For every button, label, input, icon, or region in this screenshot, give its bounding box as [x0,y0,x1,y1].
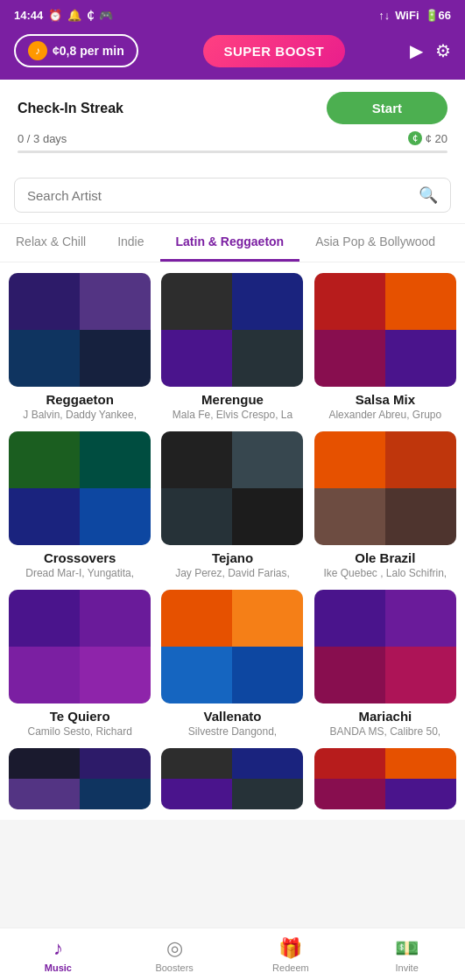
genre-artists-crossovers: Dread Mar-I, Yungatita, [25,567,134,579]
boosters-nav-icon: ◎ [166,937,183,960]
music-nav-label: Music [45,962,72,973]
genre-item-extra1[interactable] [7,748,152,809]
genre-artists-olebrazil: Ike Quebec , Lalo Schifrin, [323,567,447,579]
status-bar: 14:44 ⏰ 🔔 ₵ 🎮 ↑↓ WiFi 🔋66 [14,9,451,27]
collage-cell [9,590,80,647]
checkin-progress: 0 / 3 days [18,132,67,145]
redeem-nav-icon: 🎁 [278,937,302,960]
video-button[interactable]: ▶ [410,40,423,61]
checkin-card: Check-In Streak Start 0 / 3 days ₵ ¢ 20 [0,80,465,167]
gamepad-icon: 🎮 [99,9,113,22]
collage-cell [314,647,385,704]
settings-button[interactable]: ⚙ [435,40,451,61]
collage-cell [80,330,151,387]
invite-nav-icon: 💵 [395,937,419,960]
collage-cell [80,748,151,779]
checkin-bottom: 0 / 3 days ₵ ¢ 20 [18,131,447,145]
nav-item-music[interactable]: ♪ Music [0,937,116,973]
collage-cell [385,273,456,330]
tab-asia-pop[interactable]: Asia Pop & Bollywood [299,224,451,262]
checkin-reward: ₵ ¢ 20 [408,131,447,145]
collage-cell [232,647,303,704]
collage-cell [314,273,385,330]
genre-item-tejano[interactable]: Tejano Jay Perez, David Farias, [159,431,305,579]
genre-name-vallenato: Vallenato [204,709,262,724]
genre-item-crossovers[interactable]: Crossovers Dread Mar-I, Yungatita, [7,431,152,579]
collage-cell [232,779,303,809]
genre-artists-reggaeton: J Balvin, Daddy Yankee, [23,409,137,421]
genre-item-merengue[interactable]: Merengue Mala Fe, Elvis Crespo, La [159,273,305,421]
genre-tabs: Relax & Chill Indie Latin & Reggaeton As… [0,224,465,262]
coin-status-icon: ₵ [87,9,94,22]
nav-item-boosters[interactable]: ◎ Boosters [116,937,233,973]
collage-cell [314,431,385,488]
checkin-title: Check-In Streak [18,101,123,116]
collage-cell [232,431,303,488]
tab-indie[interactable]: Indie [102,224,159,262]
collage-cell [9,273,80,330]
collage-cell [161,748,232,779]
search-bar[interactable]: 🔍 [14,178,451,213]
reggaeton-thumb [9,273,151,387]
collage-cell [9,488,80,545]
collage-cell [161,273,232,330]
genre-item-tequiero[interactable]: Te Quiero Camilo Sesto, Richard [7,590,152,738]
collage-cell [80,647,151,704]
genre-item-mariachi[interactable]: Mariachi BANDA MS, Calibre 50, [313,590,458,738]
mariachi-thumb [314,590,456,704]
nav-item-redeem[interactable]: 🎁 Redeem [233,937,349,973]
genre-artists-tejano: Jay Perez, David Farias, [175,567,290,579]
collage-cell [161,488,232,545]
genre-name-mariachi: Mariachi [358,709,412,724]
collage-cell [232,330,303,387]
checkin-start-button[interactable]: Start [327,92,447,124]
genre-item-reggaeton[interactable]: Reggaeton J Balvin, Daddy Yankee, [7,273,152,421]
collage-cell [161,779,232,809]
nav-item-invite[interactable]: 💵 Invite [349,937,465,973]
merengue-thumb [161,273,303,387]
header-actions: ♪ ¢0,8 per min SUPER BOOST ▶ ⚙ [14,27,451,80]
collage-cell [80,488,151,545]
tab-relax-chill[interactable]: Relax & Chill [0,224,102,262]
genre-item-olebrazil[interactable]: Ole Brazil Ike Quebec , Lalo Schifrin, [313,431,458,579]
checkin-top: Check-In Streak Start [18,92,447,124]
genre-item-vallenato[interactable]: Vallenato Silvestre Dangond, [159,590,305,738]
genre-item-salsa[interactable]: Salsa Mix Alexander Abreu, Grupo [313,273,458,421]
collage-cell [385,748,456,779]
genre-item-extra2[interactable] [159,748,305,809]
extra1-thumb [9,748,151,809]
super-boost-button[interactable]: SUPER BOOST [203,35,346,67]
status-right: ↑↓ WiFi 🔋66 [378,9,451,22]
collage-cell [232,273,303,330]
redeem-nav-label: Redeem [272,962,309,973]
collage-cell [385,488,456,545]
collage-cell [9,431,80,488]
collage-cell [9,330,80,387]
genre-artists-tequiero: Camilo Sesto, Richard [27,725,131,738]
collage-cell [314,748,385,779]
alarm-icon: ⏰ [48,9,62,22]
collage-cell [232,590,303,647]
genre-artists-salsa: Alexander Abreu, Grupo [328,409,441,421]
search-input[interactable] [27,188,412,203]
genre-item-extra3[interactable] [313,748,458,809]
genre-name-reggaeton: Reggaeton [46,392,114,407]
vallenato-thumb [161,590,303,704]
tab-latin-reggaeton[interactable]: Latin & Reggaeton [160,224,300,262]
genre-name-tejano: Tejano [212,550,253,565]
boosters-nav-label: Boosters [155,962,193,973]
collage-cell [161,647,232,704]
collage-cell [161,590,232,647]
collage-cell [314,590,385,647]
invite-nav-label: Invite [395,962,418,973]
reward-coin-icon: ₵ [408,131,422,145]
collage-cell [9,647,80,704]
search-container: 🔍 [0,167,465,224]
collage-cell [80,779,151,809]
bottom-navigation: ♪ Music ◎ Boosters 🎁 Redeem 💵 Invite [0,928,465,980]
collage-cell [385,330,456,387]
crossovers-thumb [9,431,151,545]
coin-icon: ♪ [28,41,47,60]
status-left: 14:44 ⏰ 🔔 ₵ 🎮 [14,9,113,22]
coin-rate-badge[interactable]: ♪ ¢0,8 per min [14,34,138,67]
